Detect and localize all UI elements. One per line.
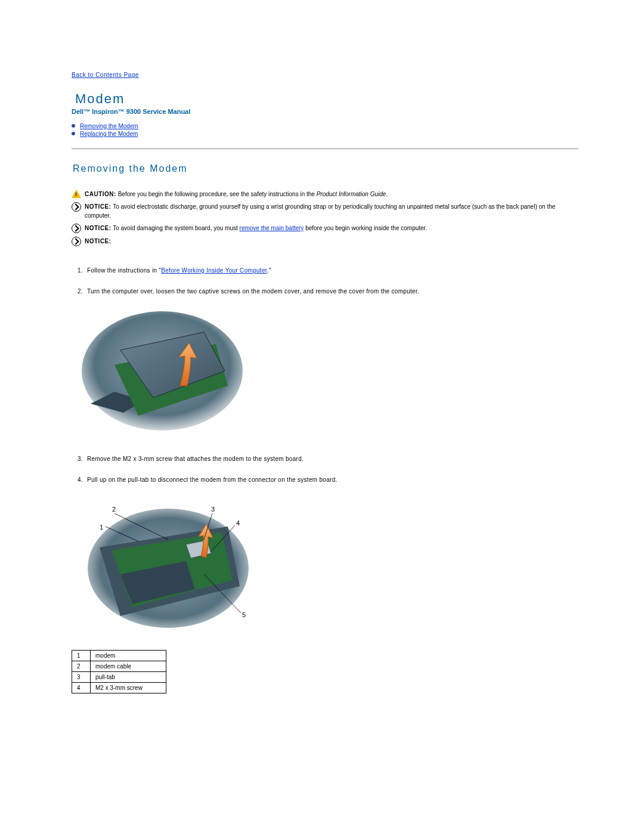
notice-row-3: NOTICE: [72, 237, 578, 246]
notice1-text: To avoid electrostatic discharge, ground… [85, 203, 555, 219]
table-row: 3 pull-tab [72, 672, 166, 683]
notice2-text-a: To avoid damaging the system board, you … [112, 225, 240, 231]
notice-row-1: NOTICE: To avoid electrostatic discharge… [72, 202, 578, 220]
caution-label: CAUTION: [85, 191, 116, 197]
notice3-label: NOTICE: [85, 238, 112, 244]
legend-label: M2 x 3-mm screw [91, 683, 166, 693]
caution-icon [72, 190, 81, 198]
notice-icon [72, 224, 81, 233]
legend-table: 1 modem 2 modem cable 3 pull-tab 4 M2 x … [72, 650, 166, 693]
before-working-link[interactable]: Before Working Inside Your Computer [161, 267, 267, 274]
toc-list: Removing the Modem Replacing the Modem [72, 122, 578, 138]
step-2: Turn the computer over, loosen the two c… [85, 287, 578, 295]
caution-italic: Product Information Guide [317, 191, 386, 197]
callout-4: 4 [236, 519, 240, 527]
legend-label: pull-tab [91, 672, 166, 683]
legend-num: 3 [72, 672, 91, 683]
legend-label: modem [91, 651, 166, 661]
page-subtitle: Dell™ Inspiron™ 9300 Service Manual [72, 108, 578, 115]
callout-1: 1 [100, 524, 103, 531]
step-3: Remove the M2 x 3-mm screw that attaches… [85, 455, 578, 463]
step1-text-a: Follow the instructions in " [87, 267, 161, 274]
page-title: Modem [75, 91, 578, 107]
legend-num: 1 [72, 651, 91, 661]
notice-icon [72, 202, 81, 212]
figure-2: 2 1 3 4 5 [79, 497, 578, 632]
steps-list-2: Remove the M2 x 3-mm screw that attaches… [72, 455, 578, 484]
section-divider [72, 148, 578, 149]
caution-end: . [386, 191, 388, 197]
back-to-contents-link[interactable]: Back to Contents Page [72, 72, 139, 78]
callout-3: 3 [211, 506, 215, 513]
caution-text: Before you begin the following procedure… [118, 191, 317, 197]
legend-label: modem cable [91, 661, 166, 672]
notice2-text-b: before you begin working inside the comp… [304, 225, 427, 231]
caution-row: CAUTION: Before you begin the following … [72, 190, 578, 199]
section-title: Removing the Modem [73, 163, 578, 174]
table-row: 1 modem [72, 651, 166, 661]
step1-text-b: ." [267, 267, 271, 274]
table-row: 2 modem cable [72, 661, 166, 672]
toc-link-replacing[interactable]: Replacing the Modem [80, 131, 138, 137]
notice-row-2: NOTICE: To avoid damaging the system boa… [72, 224, 578, 233]
step-4: Pull up on the pull-tab to disconnect th… [85, 476, 578, 484]
legend-num: 4 [72, 683, 91, 693]
step-1: Follow the instructions in "Before Worki… [85, 267, 578, 274]
notice2-label: NOTICE: [85, 225, 112, 231]
figure-1 [79, 308, 578, 435]
notice-icon [72, 237, 81, 246]
notice1-label: NOTICE: [85, 203, 112, 210]
callout-2: 2 [112, 506, 116, 513]
callout-5: 5 [242, 611, 246, 618]
table-row: 4 M2 x 3-mm screw [72, 683, 166, 693]
legend-num: 2 [72, 661, 91, 672]
steps-list: Follow the instructions in "Before Worki… [72, 267, 578, 295]
remove-battery-link[interactable]: remove the main battery [240, 225, 304, 231]
toc-link-removing[interactable]: Removing the Modem [80, 123, 138, 129]
